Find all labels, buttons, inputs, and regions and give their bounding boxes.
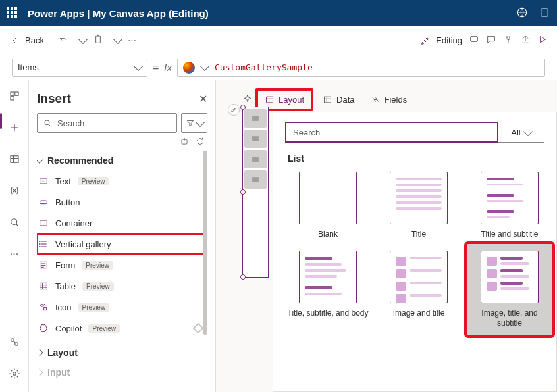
- preview-badge: Preview: [88, 324, 120, 333]
- command-bar: Back ··· Editing: [0, 26, 557, 55]
- section-input[interactable]: Input: [37, 362, 207, 382]
- refresh-icon[interactable]: [196, 137, 205, 148]
- checker-button[interactable]: [503, 34, 514, 47]
- insert-search-input[interactable]: Search: [37, 113, 177, 133]
- rail-variables[interactable]: [4, 180, 25, 201]
- svg-point-30: [253, 137, 255, 139]
- layout-card-title-subtitle-body[interactable]: Title, subtitle, and body: [285, 251, 371, 335]
- close-icon[interactable]: ✕: [199, 93, 207, 105]
- svg-rect-6: [14, 92, 18, 95]
- insert-item-vertical-gallery[interactable]: Vertical gallery: [37, 233, 207, 255]
- layout-card-title[interactable]: Title: [376, 172, 462, 240]
- svg-point-32: [253, 158, 255, 159]
- undo-button[interactable]: [58, 34, 68, 47]
- gallery-item-thumb: [244, 109, 267, 128]
- canvas[interactable]: Layout Data Fields: [216, 80, 557, 392]
- svg-rect-15: [40, 178, 47, 184]
- svg-rect-17: [40, 220, 47, 226]
- resize-handle[interactable]: [240, 189, 246, 195]
- premium-icon: [193, 323, 204, 334]
- layout-filter-dropdown[interactable]: All: [498, 122, 544, 143]
- svg-rect-5: [11, 92, 14, 95]
- tab-data[interactable]: Data: [316, 91, 361, 109]
- back-label: Back: [25, 36, 44, 45]
- copilot-icon[interactable]: [183, 62, 195, 74]
- layout-card-image-title-subtitle[interactable]: Image, title, and subtitle: [467, 244, 552, 335]
- card-label: Blank: [318, 230, 338, 240]
- insert-item-icon[interactable]: Icon Preview: [37, 297, 207, 318]
- svg-rect-7: [11, 97, 14, 100]
- section-label: Input: [47, 367, 70, 378]
- chat-button[interactable]: [486, 34, 496, 47]
- svg-point-18: [39, 241, 40, 241]
- svg-point-19: [39, 243, 40, 244]
- scrollbar[interactable]: [203, 151, 207, 335]
- svg-rect-22: [40, 283, 47, 289]
- environment-icon[interactable]: [516, 7, 528, 20]
- gallery-control[interactable]: [242, 107, 269, 278]
- preview-badge: Preview: [82, 261, 113, 270]
- card-label: Image and title: [393, 308, 445, 319]
- more-button[interactable]: ···: [128, 35, 136, 47]
- editing-mode-button[interactable]: Editing: [420, 36, 462, 46]
- rail-more[interactable]: ···: [4, 243, 25, 264]
- back-button[interactable]: Back: [9, 36, 44, 46]
- insert-title: Insert: [37, 91, 71, 106]
- insert-item-button[interactable]: Button: [37, 191, 207, 212]
- section-layout[interactable]: Layout: [37, 343, 207, 362]
- insert-item-form[interactable]: Form Preview: [37, 255, 207, 276]
- rail-tree-view[interactable]: [4, 86, 25, 107]
- gallery-item-thumb: [244, 150, 267, 168]
- svg-rect-4: [471, 36, 478, 41]
- svg-point-34: [253, 178, 255, 180]
- undo-dropdown[interactable]: [80, 38, 86, 43]
- insert-item-text[interactable]: Text Preview: [37, 170, 207, 191]
- layout-card-title-subtitle[interactable]: Title and subtitle: [467, 172, 552, 240]
- layout-flyout: Search All List Blank Title: [273, 112, 557, 392]
- fx-label: fx: [164, 62, 172, 73]
- svg-rect-24: [44, 308, 47, 310]
- rail-search[interactable]: [4, 212, 25, 233]
- insert-item-copilot[interactable]: Copilot Preview: [37, 318, 207, 339]
- insert-panel: Insert ✕ Search Recommended: [29, 80, 216, 392]
- share-button[interactable]: [520, 34, 531, 47]
- property-name: Items: [18, 62, 39, 72]
- svg-rect-1: [541, 9, 548, 16]
- import-component-icon[interactable]: [180, 137, 189, 148]
- svg-rect-8: [11, 156, 18, 163]
- rail-insert[interactable]: [4, 117, 25, 138]
- paste-dropdown[interactable]: [115, 38, 121, 43]
- tab-fields[interactable]: Fields: [364, 91, 414, 109]
- formula-text: CustomGallerySample: [215, 62, 313, 72]
- chevron-down-icon[interactable]: [200, 62, 209, 71]
- preview-badge: Preview: [82, 282, 114, 291]
- layout-card-image-title[interactable]: Image and title: [376, 251, 462, 335]
- insert-filter-button[interactable]: [181, 113, 207, 133]
- app-launcher-icon[interactable]: [7, 7, 18, 19]
- tab-label: Data: [336, 95, 354, 105]
- resize-handle[interactable]: [240, 105, 246, 110]
- item-label: Vertical gallery: [55, 239, 111, 249]
- flyout-section-list: List: [288, 153, 544, 164]
- comments-button[interactable]: [469, 34, 479, 47]
- insert-item-container[interactable]: Container: [37, 212, 207, 233]
- paste-button[interactable]: [93, 34, 103, 47]
- layout-card-blank[interactable]: Blank: [285, 172, 371, 240]
- edit-pencil-icon[interactable]: [228, 104, 240, 116]
- item-label: Copilot: [55, 324, 82, 333]
- section-label: Layout: [47, 347, 78, 358]
- help-icon[interactable]: [539, 7, 550, 20]
- play-button[interactable]: [537, 34, 548, 47]
- svg-point-20: [39, 246, 40, 247]
- rail-settings[interactable]: [4, 363, 25, 384]
- formula-input[interactable]: CustomGallerySample: [177, 59, 545, 77]
- insert-item-table[interactable]: Table Preview: [37, 276, 207, 297]
- rail-data[interactable]: [4, 149, 25, 170]
- rail-tools[interactable]: [4, 331, 25, 353]
- property-selector[interactable]: Items: [12, 59, 147, 77]
- layout-search-input[interactable]: Search: [285, 122, 498, 143]
- section-recommended[interactable]: Recommended: [37, 151, 207, 170]
- tab-layout[interactable]: Layout: [258, 91, 311, 109]
- pin-icon[interactable]: [242, 93, 253, 106]
- resize-handle[interactable]: [240, 274, 246, 280]
